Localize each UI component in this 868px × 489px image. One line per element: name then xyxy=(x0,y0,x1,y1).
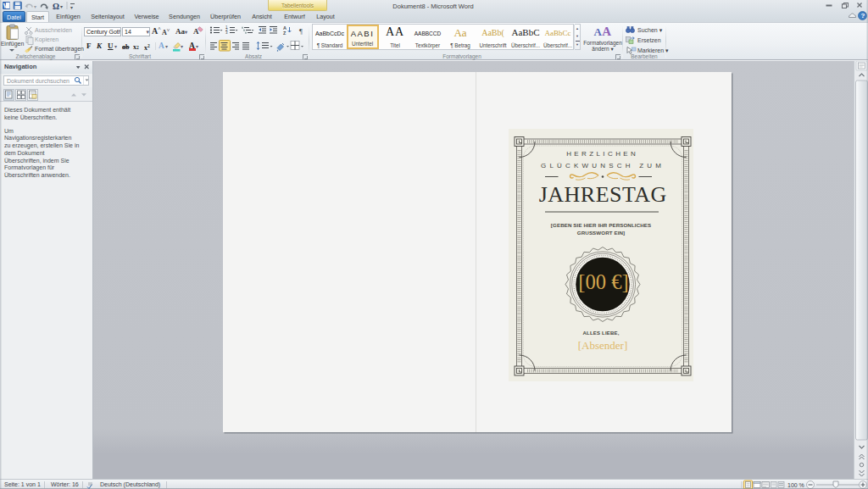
svg-text:▾: ▾ xyxy=(34,4,36,9)
svg-text:▾: ▾ xyxy=(70,5,73,10)
svg-text:100 %: 100 % xyxy=(787,482,804,488)
svg-text:3: 3 xyxy=(225,31,228,35)
svg-text:▾: ▾ xyxy=(60,4,63,9)
svg-text:Ω: Ω xyxy=(53,2,59,11)
svg-text:¶: ¶ xyxy=(299,27,303,36)
svg-text:W: W xyxy=(3,3,10,10)
svg-text:Z: Z xyxy=(283,31,287,36)
